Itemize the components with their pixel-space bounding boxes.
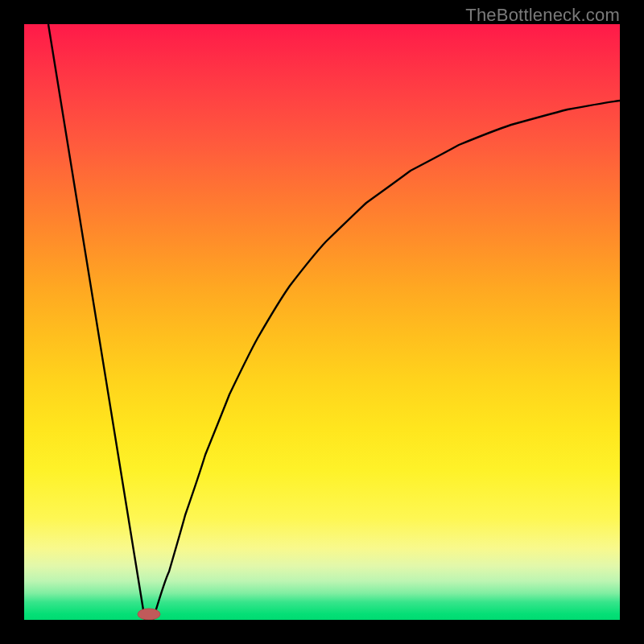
min-marker <box>138 609 160 620</box>
attribution-text: TheBottleneck.com <box>465 5 620 26</box>
right-branch <box>153 101 620 620</box>
chart-container: { "attribution": "TheBottleneck.com", "c… <box>0 0 644 644</box>
plot-area <box>24 24 620 620</box>
curve-layer <box>24 24 620 620</box>
left-branch <box>48 24 145 620</box>
